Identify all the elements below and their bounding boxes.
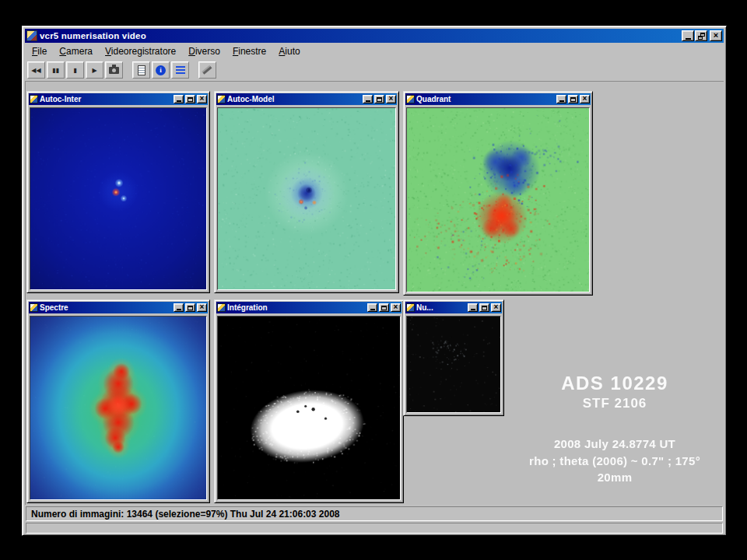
- menu-finestre[interactable]: Finestre: [226, 44, 272, 59]
- minimize-button[interactable]: [682, 30, 694, 41]
- report-button[interactable]: [132, 61, 150, 79]
- child-window-autoc-model: Autoc-Model ×: [214, 91, 399, 293]
- close-icon: ×: [494, 303, 499, 311]
- list-button[interactable]: [171, 61, 189, 79]
- minimize-button[interactable]: [174, 303, 184, 312]
- document-icon: [138, 65, 146, 75]
- minimize-icon: [177, 100, 181, 102]
- minimize-icon: [559, 100, 564, 102]
- minimize-icon: [686, 38, 691, 40]
- status-text: Numero di immagini: 13464 (selezione=97%…: [31, 509, 340, 520]
- annotation-block: ADS 10229 STF 2106 2008 July 24.8774 UT …: [492, 373, 724, 486]
- menu-diverso[interactable]: Diverso: [182, 44, 226, 59]
- object-designation: STF 2106: [492, 395, 724, 412]
- image-window-icon: [406, 303, 415, 312]
- minimize-button[interactable]: [367, 303, 377, 312]
- nu-title: Nu...: [416, 303, 466, 312]
- maximize-button[interactable]: [374, 95, 384, 103]
- desktop: { "colors": { "desktop": "#000000", "tit…: [0, 0, 747, 560]
- integration-title: Intégration: [227, 303, 366, 312]
- maximize-icon: [570, 97, 576, 102]
- autoc-model-title: Autoc-Model: [227, 95, 361, 103]
- integration-titlebar[interactable]: Intégration ×: [216, 302, 402, 313]
- toolbar: ◀◀ ▮▮ ▮ ▶ i: [25, 59, 724, 81]
- autoc-inter-image: [30, 107, 207, 290]
- minimize-button[interactable]: [468, 303, 478, 312]
- autoc-model-titlebar[interactable]: Autoc-Model ×: [216, 93, 397, 105]
- spectre-canvas: [30, 317, 206, 499]
- quadrant-title: Quadrant: [416, 95, 555, 103]
- menu-bar: File Camera Videoregistratore Diverso Fi…: [25, 43, 724, 59]
- menu-camera[interactable]: Camera: [53, 44, 99, 59]
- close-icon: ×: [583, 95, 587, 103]
- child-window-spectre: Spectre ×: [26, 299, 210, 503]
- close-button[interactable]: ×: [386, 95, 396, 103]
- maximize-button[interactable]: [568, 95, 578, 103]
- progress-strip: [26, 523, 723, 534]
- pause-button[interactable]: ▮▮: [47, 61, 65, 79]
- scale: 20mm: [492, 469, 724, 486]
- maximize-icon: [188, 306, 193, 310]
- window-controls: ×: [682, 30, 722, 41]
- app-titlebar[interactable]: vcr5 numerisation video ×: [25, 29, 724, 43]
- minimize-icon: [366, 100, 370, 102]
- list-icon: [176, 66, 185, 74]
- close-icon: ×: [714, 31, 718, 40]
- close-button[interactable]: ×: [491, 303, 501, 312]
- image-window-icon: [406, 95, 415, 103]
- maximize-button[interactable]: [185, 303, 195, 312]
- spectre-titlebar[interactable]: Spectre ×: [29, 302, 208, 313]
- image-window-icon: [217, 95, 226, 103]
- restore-button[interactable]: [695, 30, 707, 41]
- child-window-autoc-inter: Autoc-Inter ×: [26, 91, 210, 293]
- info-button[interactable]: i: [152, 61, 170, 79]
- maximize-button[interactable]: [479, 303, 489, 312]
- child-window-integration: Intégration ×: [214, 299, 404, 503]
- quadrant-titlebar[interactable]: Quadrant ×: [405, 93, 591, 105]
- menu-aiuto[interactable]: Aiuto: [272, 44, 306, 59]
- close-icon: ×: [200, 95, 205, 103]
- quadrant-image: [406, 107, 590, 292]
- child-window-nu: Nu... ×: [403, 299, 504, 416]
- maximize-icon: [188, 97, 193, 102]
- autoc-inter-canvas: [30, 108, 206, 289]
- nu-titlebar[interactable]: Nu... ×: [405, 302, 502, 313]
- minimize-button[interactable]: [174, 95, 184, 103]
- autoc-model-image: [217, 107, 396, 290]
- camera-icon: [109, 67, 119, 74]
- play-icon: ▶: [92, 67, 96, 74]
- nu-canvas: [407, 317, 500, 412]
- spectre-title: Spectre: [40, 303, 172, 312]
- erase-button[interactable]: [198, 61, 216, 79]
- close-button[interactable]: ×: [710, 30, 722, 41]
- maximize-button[interactable]: [185, 95, 195, 103]
- close-button[interactable]: ×: [197, 95, 207, 103]
- minimize-icon: [370, 309, 375, 310]
- menu-videoregistratore[interactable]: Videoregistratore: [99, 44, 182, 59]
- camera-button[interactable]: [105, 61, 123, 79]
- close-button[interactable]: ×: [197, 303, 207, 312]
- image-window-icon: [30, 95, 38, 103]
- measurement: rho ; theta (2006) ~ 0.7" ; 175°: [492, 453, 724, 470]
- quadrant-canvas: [407, 108, 589, 292]
- autoc-inter-title: Autoc-Inter: [40, 95, 172, 103]
- maximize-button[interactable]: [379, 303, 389, 312]
- minimize-button[interactable]: [556, 95, 566, 103]
- object-name: ADS 10229: [492, 373, 724, 395]
- close-button[interactable]: ×: [391, 303, 401, 312]
- minimize-button[interactable]: [363, 95, 373, 103]
- close-icon: ×: [200, 303, 205, 311]
- stop-button[interactable]: ▮: [66, 61, 84, 79]
- app-window: vcr5 numerisation video × File Camera Vi…: [22, 26, 727, 536]
- play-button[interactable]: ▶: [86, 61, 103, 79]
- integration-image: [217, 316, 401, 500]
- child-window-quadrant: Quadrant ×: [403, 91, 593, 296]
- toolbar-separator: [191, 61, 197, 79]
- maximize-icon: [377, 97, 382, 102]
- menu-file[interactable]: File: [26, 44, 53, 59]
- close-button[interactable]: ×: [580, 95, 590, 103]
- spectre-image: [30, 316, 207, 500]
- autoc-inter-titlebar[interactable]: Autoc-Inter ×: [29, 93, 208, 105]
- observation-date: 2008 July 24.8774 UT: [492, 436, 724, 453]
- prev-frame-button[interactable]: ◀◀: [27, 61, 45, 79]
